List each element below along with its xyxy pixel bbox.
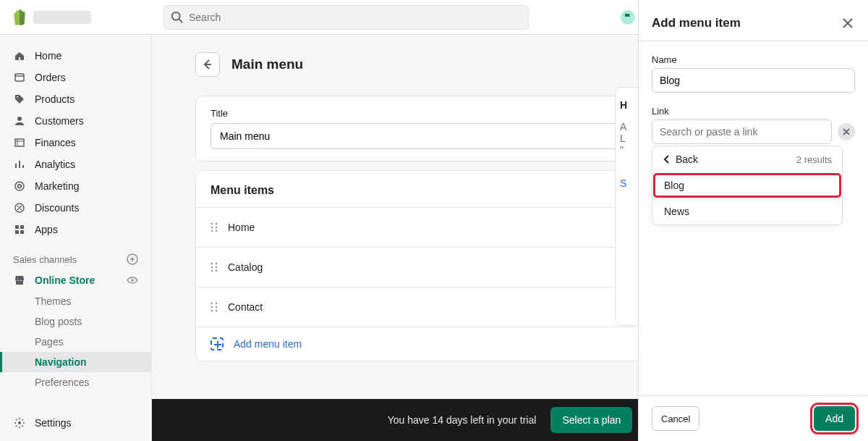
add-menu-item-panel: Add menu item Name Link Back 2 results B… (638, 0, 868, 441)
sales-channels-header: Sales channels (0, 240, 151, 269)
clear-link-button[interactable] (838, 123, 855, 140)
name-input[interactable] (652, 68, 855, 93)
drag-handle-icon[interactable] (210, 262, 218, 272)
svg-point-32 (216, 303, 217, 304)
sidebar-item-apps[interactable]: Apps (0, 219, 151, 240)
sidebar-item-label: Products (35, 93, 75, 105)
svg-point-17 (131, 279, 134, 282)
add-channel-icon[interactable] (127, 253, 138, 265)
svg-point-25 (211, 263, 213, 264)
hint-line-initial: " (620, 144, 639, 156)
sidebar-item-home[interactable]: Home (0, 45, 151, 67)
svg-point-27 (211, 266, 213, 268)
gear-icon (13, 416, 26, 429)
link-option[interactable]: Blog (652, 172, 842, 198)
svg-rect-15 (20, 230, 24, 234)
discounts-icon (13, 201, 26, 214)
sidebar-item-marketing[interactable]: Marketing (0, 175, 151, 197)
sidebar-item-label: Online Store (35, 274, 95, 286)
svg-point-24 (216, 230, 217, 232)
panel-title: Add menu item (652, 16, 741, 30)
svg-point-22 (216, 227, 217, 228)
sidebar-item-label: Analytics (35, 159, 75, 170)
sidebar-item-label: Blog posts (35, 316, 82, 327)
sidebar-item-label: Preferences (35, 377, 89, 388)
svg-point-31 (211, 303, 213, 304)
analytics-icon (13, 158, 26, 171)
sidebar-item-orders[interactable]: Orders (0, 67, 151, 88)
hint-heading-initial: H (620, 99, 639, 111)
panel-footer: Cancel Add (639, 395, 868, 441)
sidebar-item-label: Pages (35, 336, 64, 348)
sidebar-item-label: Navigation (35, 356, 87, 368)
svg-point-11 (20, 209, 22, 210)
panel-header: Add menu item (639, 0, 868, 41)
sidebar-subitem-pages[interactable]: Pages (0, 332, 151, 352)
add-button[interactable]: Add (814, 406, 855, 431)
sidebar-item-label: Discounts (35, 202, 79, 214)
search-icon (171, 11, 184, 24)
sidebar-item-analytics[interactable]: Analytics (0, 154, 151, 175)
hint-line-initial: A (620, 121, 639, 133)
x-icon (843, 128, 850, 135)
svg-rect-14 (15, 230, 19, 234)
svg-point-18 (18, 421, 21, 424)
popover-back-button[interactable]: Back (663, 154, 698, 165)
sidebar-subitem-preferences[interactable]: Preferences (0, 372, 151, 392)
hint-link-initial: S (620, 177, 639, 189)
global-search[interactable] (163, 5, 529, 30)
page-title: Main menu (231, 56, 303, 72)
store-icon (13, 274, 26, 287)
sidebar-subitem-themes[interactable]: Themes (0, 291, 151, 311)
sidebar-subitem-navigation[interactable]: Navigation (0, 352, 151, 372)
sidebar-item-label: Themes (35, 295, 72, 307)
close-panel-button[interactable] (841, 16, 855, 30)
back-button[interactable] (195, 52, 220, 77)
svg-point-33 (211, 306, 213, 308)
sidebar-item-finances[interactable]: Finances (0, 132, 151, 154)
sidebar-item-products[interactable]: Products (0, 88, 151, 110)
popover-back-label: Back (676, 154, 698, 165)
sidebar-item-customers[interactable]: Customers (0, 110, 151, 132)
trial-message: You have 14 days left in your trial (388, 414, 537, 426)
finances-icon (13, 136, 26, 149)
svg-rect-13 (20, 225, 24, 229)
link-option[interactable]: News (652, 198, 842, 224)
drag-handle-icon[interactable] (210, 222, 218, 232)
svg-point-35 (211, 310, 213, 311)
sidebar-item-label: Customers (35, 115, 84, 127)
svg-point-36 (216, 310, 217, 311)
select-plan-button[interactable]: Select a plan (550, 407, 632, 433)
svg-point-20 (216, 223, 217, 224)
drag-handle-icon[interactable] (210, 302, 218, 312)
svg-rect-12 (15, 225, 19, 229)
sidebar-subitem-blog-posts[interactable]: Blog posts (0, 311, 151, 332)
svg-rect-2 (15, 74, 24, 81)
customers-icon (13, 114, 26, 127)
svg-line-1 (179, 19, 183, 22)
sidebar-item-online-store[interactable]: Online Store (0, 269, 151, 291)
panel-body: Name Link Back 2 results BlogNews (639, 41, 868, 395)
sidebar-item-settings[interactable]: Settings (0, 412, 151, 434)
svg-point-23 (211, 230, 213, 232)
cancel-button[interactable]: Cancel (652, 406, 699, 431)
marketing-icon (13, 180, 26, 193)
link-label: Link (652, 106, 855, 117)
search-input[interactable] (163, 5, 529, 30)
close-icon (841, 16, 855, 30)
svg-point-28 (216, 266, 217, 268)
products-icon (13, 93, 26, 106)
svg-point-29 (211, 270, 213, 272)
sidebar-item-label: Settings (35, 417, 72, 429)
add-menu-item-label: Add menu item (234, 338, 302, 350)
link-input[interactable] (652, 119, 832, 144)
preview-store-icon[interactable] (127, 274, 138, 286)
flag-icon (621, 10, 635, 25)
sidebar-item-discounts[interactable]: Discounts (0, 197, 151, 219)
svg-point-8 (19, 185, 20, 187)
hint-line-initial: L (620, 133, 639, 144)
svg-point-0 (172, 12, 180, 20)
svg-point-21 (211, 227, 213, 228)
arrow-left-icon (201, 58, 214, 71)
svg-rect-5 (15, 139, 24, 146)
